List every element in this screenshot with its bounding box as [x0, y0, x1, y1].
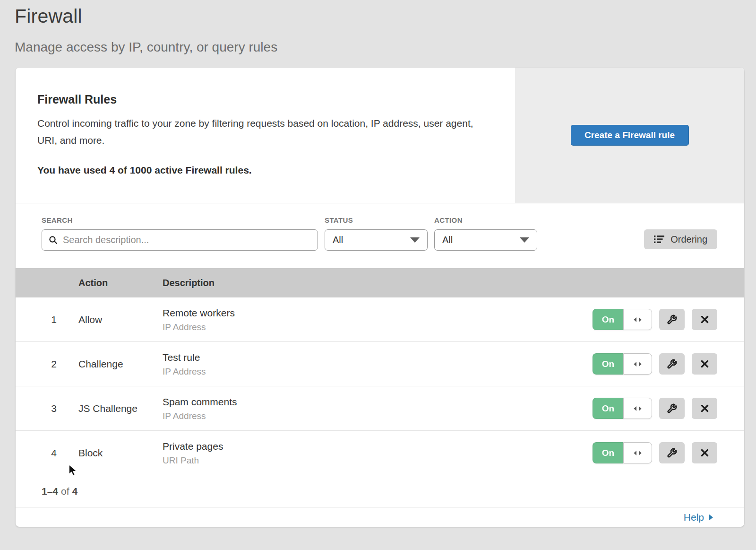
create-rule-panel: Create a Firewall rule — [515, 68, 744, 203]
toggle-drag-handle[interactable] — [623, 398, 652, 419]
rule-match-type: IP Address — [163, 322, 593, 332]
table-header: Action Description — [16, 268, 744, 297]
toggle-on-label: On — [593, 309, 623, 330]
wrench-icon — [667, 403, 677, 414]
page-subtitle: Manage access by IP, country, or query r… — [15, 39, 756, 55]
delete-rule-button[interactable] — [692, 442, 717, 463]
rule-match-type: URI Path — [163, 455, 593, 466]
card-heading: Firewall Rules — [37, 92, 487, 106]
page-header: Firewall Manage access by IP, country, o… — [0, 0, 756, 55]
rule-description-cell: Test rule IP Address — [163, 351, 593, 377]
table-row: 3 JS Challenge Spam comments IP Address … — [16, 386, 744, 431]
pagination-total: 4 — [72, 486, 78, 497]
edit-rule-button[interactable] — [659, 398, 685, 419]
pagination-range: 1–4 — [42, 486, 58, 497]
rule-action: JS Challenge — [78, 403, 163, 414]
table-row: 4 Block Private pages URI Path On — [16, 431, 744, 475]
rule-enabled-toggle[interactable]: On — [593, 442, 652, 463]
ordering-button[interactable]: Ordering — [644, 229, 717, 249]
rule-enabled-toggle[interactable]: On — [593, 398, 652, 419]
ordering-list-icon — [654, 235, 665, 244]
rule-action: Challenge — [78, 358, 163, 370]
rule-controls: On — [593, 353, 717, 375]
rule-description-cell: Remote workers IP Address — [163, 307, 593, 332]
rule-controls: On — [593, 309, 717, 330]
edit-rule-button[interactable] — [659, 309, 685, 330]
rule-action: Allow — [78, 314, 163, 325]
toggle-drag-handle[interactable] — [623, 309, 652, 330]
close-icon — [700, 448, 709, 457]
toggle-drag-handle[interactable] — [623, 353, 652, 375]
chevron-down-icon — [520, 237, 529, 243]
action-select[interactable]: All — [434, 229, 537, 251]
page-title: Firewall — [15, 4, 756, 28]
table-row: 1 Allow Remote workers IP Address On — [16, 297, 744, 342]
create-firewall-rule-button[interactable]: Create a Firewall rule — [571, 125, 689, 146]
search-input[interactable] — [63, 235, 311, 245]
toggle-on-label: On — [593, 353, 623, 375]
rule-description-cell: Private pages URI Path — [163, 440, 593, 466]
edit-rule-button[interactable] — [659, 442, 685, 463]
toggle-drag-handle[interactable] — [623, 442, 652, 463]
toggle-on-label: On — [593, 398, 623, 419]
pagination: 1–4 of 4 — [16, 475, 744, 507]
wrench-icon — [667, 359, 677, 369]
firewall-rules-card: Firewall Rules Control incoming traffic … — [16, 68, 744, 527]
rule-description: Spam comments — [163, 396, 593, 408]
search-label: SEARCH — [42, 216, 318, 225]
column-header-description: Description — [163, 278, 717, 288]
action-label: ACTION — [434, 216, 537, 225]
rule-description: Test rule — [163, 351, 593, 363]
filters-bar: SEARCH STATUS All ACTION — [16, 203, 744, 268]
rule-controls: On — [593, 398, 717, 419]
search-filter-group: SEARCH — [42, 216, 318, 251]
rule-description: Private pages — [163, 440, 593, 452]
table-row: 2 Challenge Test rule IP Address On — [16, 342, 744, 386]
close-icon — [700, 404, 709, 413]
rule-description-cell: Spam comments IP Address — [163, 396, 593, 421]
firewall-page: Firewall Manage access by IP, country, o… — [0, 0, 756, 527]
wrench-icon — [667, 314, 677, 325]
left-right-arrows-icon — [633, 317, 643, 323]
delete-rule-button[interactable] — [692, 309, 717, 330]
close-icon — [700, 359, 709, 368]
status-selected-value: All — [333, 235, 343, 245]
status-label: STATUS — [325, 216, 428, 225]
rule-description: Remote workers — [163, 307, 593, 319]
search-icon — [49, 236, 58, 244]
pagination-of: of — [61, 486, 69, 497]
left-right-arrows-icon — [633, 406, 643, 411]
rules-table-body: 1 Allow Remote workers IP Address On — [16, 297, 744, 475]
rule-priority: 3 — [42, 403, 66, 414]
help-link-label: Help — [684, 512, 704, 523]
card-header: Firewall Rules Control incoming traffic … — [16, 68, 744, 203]
rule-match-type: IP Address — [163, 367, 593, 377]
delete-rule-button[interactable] — [692, 353, 717, 375]
close-icon — [700, 315, 709, 324]
search-box — [42, 229, 318, 251]
usage-note: You have used 4 of 1000 active Firewall … — [37, 165, 487, 176]
help-link[interactable]: Help — [684, 512, 713, 523]
delete-rule-button[interactable] — [692, 398, 717, 419]
left-right-arrows-icon — [633, 361, 643, 367]
rule-enabled-toggle[interactable]: On — [593, 309, 652, 330]
rule-priority: 4 — [42, 447, 66, 459]
status-select[interactable]: All — [325, 229, 428, 251]
edit-rule-button[interactable] — [659, 353, 685, 375]
action-filter-group: ACTION All — [434, 216, 537, 251]
ordering-button-label: Ordering — [670, 234, 707, 245]
card-description: Control incoming traffic to your zone by… — [37, 115, 484, 149]
left-right-arrows-icon — [633, 450, 643, 456]
status-filter-group: STATUS All — [325, 216, 428, 251]
chevron-down-icon — [410, 237, 420, 243]
wrench-icon — [667, 448, 677, 458]
card-header-left: Firewall Rules Control incoming traffic … — [16, 68, 515, 203]
rule-match-type: IP Address — [163, 411, 593, 421]
rule-action: Block — [78, 447, 163, 459]
rule-priority: 1 — [42, 314, 66, 325]
rule-enabled-toggle[interactable]: On — [593, 353, 652, 375]
column-header-action: Action — [78, 278, 163, 288]
action-selected-value: All — [442, 235, 453, 245]
right-triangle-icon — [709, 514, 713, 521]
toggle-on-label: On — [593, 442, 623, 463]
